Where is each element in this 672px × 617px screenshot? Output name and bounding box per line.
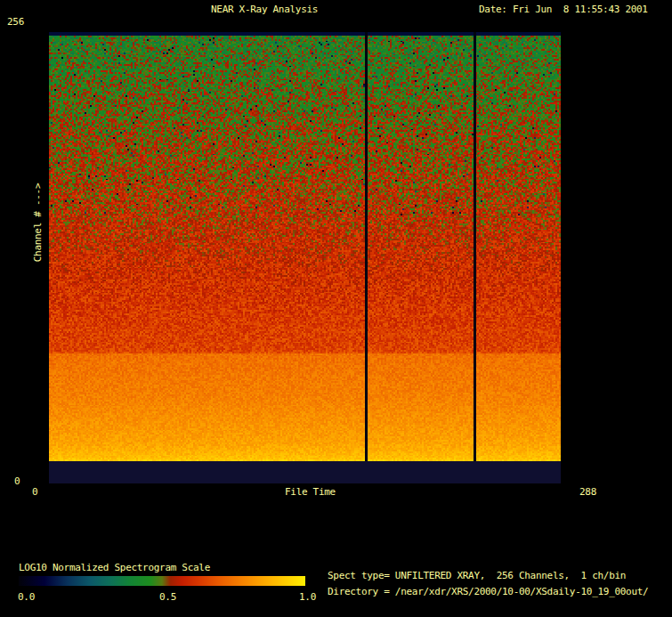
page-title: NEAR X-Ray Analysis <box>211 4 318 15</box>
data-gap-line <box>474 32 476 461</box>
x-axis-title: File Time <box>285 486 336 498</box>
directory-label: Directory = /near/xdr/XRS/2000/10-00/XSd… <box>328 586 648 597</box>
data-gap-line <box>365 32 368 461</box>
x-axis-max-label: 288 <box>579 486 596 498</box>
y-axis-min-label: 0 <box>14 475 20 487</box>
colorbar-tick-max: 1.0 <box>299 591 316 603</box>
colorbar-tick-min: 0.0 <box>18 591 35 603</box>
y-axis-max-label: 256 <box>7 16 24 28</box>
colorbar-tick-mid: 0.5 <box>159 591 176 603</box>
spectrogram-heatmap <box>49 36 561 461</box>
y-axis-title: Channel # ---> <box>32 183 44 263</box>
date-label: Date: Fri Jun 8 11:55:43 2001 <box>479 4 648 15</box>
near-xray-analysis-window: NEAR X-Ray Analysis Date: Fri Jun 8 11:5… <box>0 0 672 617</box>
colorbar-title: LOG10 Normalized Spectrogram Scale <box>19 562 210 573</box>
colorbar-gradient <box>19 576 305 586</box>
spect-type-label: Spect type= UNFILTERED XRAY, 256 Channel… <box>328 570 626 581</box>
spectrogram-bottom-band <box>49 461 561 483</box>
x-axis-min-label: 0 <box>32 486 37 498</box>
spectrogram-plot <box>49 32 561 483</box>
